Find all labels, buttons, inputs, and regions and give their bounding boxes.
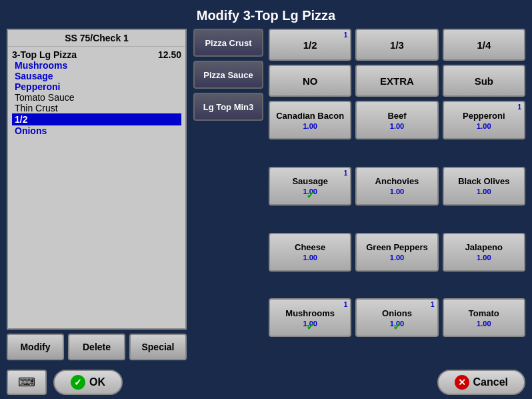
topping-button[interactable]: Beef1.00	[355, 101, 438, 139]
order-modifier-item[interactable]: Sausage	[12, 71, 181, 81]
toppings-grid: Canadian Bacon1.00Beef1.00Pepperoni1.001…	[269, 101, 525, 360]
topping-name: Pepperoni	[463, 111, 505, 121]
special-button[interactable]: Special	[129, 334, 187, 360]
topping-price: 1.00	[477, 122, 491, 130]
topping-button[interactable]: Canadian Bacon1.00	[269, 101, 351, 139]
frac-half-button[interactable]: 1/21	[269, 29, 351, 61]
topping-name: Onions	[382, 308, 412, 318]
ok-button[interactable]: ✓ OK	[53, 370, 123, 395]
topping-button[interactable]: Jalapeno1.00	[443, 233, 525, 272]
frac-third-button[interactable]: 1/3	[355, 29, 438, 61]
topping-price: 1.00	[390, 187, 404, 195]
topping-button[interactable]: Pepperoni1.001	[443, 101, 525, 139]
order-list-header: SS 75/Check 1	[8, 30, 185, 47]
topping-button[interactable]: Tomato1.00	[443, 298, 525, 337]
order-modifier-item[interactable]: Thin Crust	[12, 103, 181, 113]
topping-button[interactable]: Mushrooms1.001✓	[269, 298, 351, 337]
topping-price: 1.00	[303, 254, 317, 262]
topping-name: Sausage	[292, 176, 327, 186]
topping-selected-checkmark: ✓	[393, 320, 401, 333]
topping-name: Jalapeno	[465, 242, 503, 252]
action-buttons: Modify Delete Special	[7, 334, 187, 360]
topping-price: 1.00	[477, 254, 491, 262]
topping-name: Mushrooms	[285, 308, 335, 318]
topping-corner-num: 1	[344, 169, 348, 177]
topping-button[interactable]: Onions1.001✓	[355, 298, 438, 337]
topping-corner-num: 1	[344, 301, 348, 308]
topping-button[interactable]: Cheese1.00	[269, 233, 351, 272]
topping-button[interactable]: Anchovies1.00	[355, 167, 438, 206]
order-item-row[interactable]: 3-Top Lg Pizza 12.50	[12, 49, 181, 60]
order-modifier-item[interactable]: Onions	[12, 125, 181, 136]
cancel-label: Cancel	[473, 376, 508, 388]
topping-name: Black Olives	[458, 176, 509, 186]
keyboard-button[interactable]: ⌨	[7, 370, 47, 395]
modifier-type-button[interactable]: Pizza Sauce	[193, 61, 263, 89]
page-title: Modify 3-Top Lg Pizza	[0, 0, 532, 29]
delete-button[interactable]: Delete	[68, 334, 125, 360]
fraction-row-1: 1/21 1/3 1/4	[269, 29, 525, 61]
x-icon: ✕	[455, 375, 469, 390]
modifier-type-col: Pizza CrustPizza SauceLg Top Min3	[193, 29, 263, 360]
order-modifier-item[interactable]: 1/2	[12, 113, 181, 125]
order-modifier-item[interactable]: Tomato Sauce	[12, 92, 181, 103]
bottom-row: ⌨ ✓ OK ✕ Cancel	[0, 367, 532, 399]
topping-price: 1.00	[303, 122, 317, 130]
ok-label: OK	[89, 376, 105, 388]
topping-name: Green Peppers	[366, 242, 428, 252]
topping-selected-checkmark: ✓	[306, 189, 315, 202]
topping-price: 1.00	[390, 122, 404, 130]
topping-name: Tomato	[469, 308, 499, 318]
modify-button[interactable]: Modify	[7, 334, 64, 360]
topping-price: 1.00	[477, 187, 491, 195]
topping-button[interactable]: Sausage1.001✓	[269, 167, 351, 206]
order-modifier-item[interactable]: Mushrooms	[12, 60, 181, 71]
topping-name: Anchovies	[375, 176, 419, 186]
topping-button[interactable]: Black Olives1.00	[443, 167, 525, 206]
topping-selected-checkmark: ✓	[306, 320, 315, 333]
order-list-body: 3-Top Lg Pizza 12.50 MushroomsSausagePep…	[8, 47, 185, 328]
topping-name: Canadian Bacon	[276, 111, 344, 121]
modifiers-list: MushroomsSausagePepperoniTomato SauceThi…	[12, 60, 181, 136]
topping-name: Beef	[387, 111, 406, 121]
topping-name: Cheese	[295, 242, 325, 252]
no-button[interactable]: NO	[269, 65, 351, 97]
sub-button[interactable]: Sub	[443, 65, 525, 97]
fraction-row-2: NO EXTRA Sub	[269, 65, 525, 97]
topping-corner-num: 1	[431, 301, 435, 308]
order-item-name: 3-Top Lg Pizza	[12, 49, 77, 60]
cancel-button[interactable]: ✕ Cancel	[437, 370, 525, 395]
order-list: SS 75/Check 1 3-Top Lg Pizza 12.50 Mushr…	[7, 29, 187, 330]
topping-corner-num: 1	[517, 103, 521, 111]
order-modifier-item[interactable]: Pepperoni	[12, 81, 181, 92]
topping-price: 1.00	[477, 320, 491, 328]
modifier-type-button[interactable]: Lg Top Min3	[193, 93, 263, 121]
order-item-price: 12.50	[158, 49, 181, 60]
topping-price: 1.00	[390, 254, 404, 262]
check-icon: ✓	[71, 375, 85, 390]
extra-button[interactable]: EXTRA	[355, 65, 438, 97]
frac-quarter-button[interactable]: 1/4	[443, 29, 525, 61]
topping-button[interactable]: Green Peppers1.00	[355, 233, 438, 272]
modifier-type-button[interactable]: Pizza Crust	[193, 29, 263, 57]
